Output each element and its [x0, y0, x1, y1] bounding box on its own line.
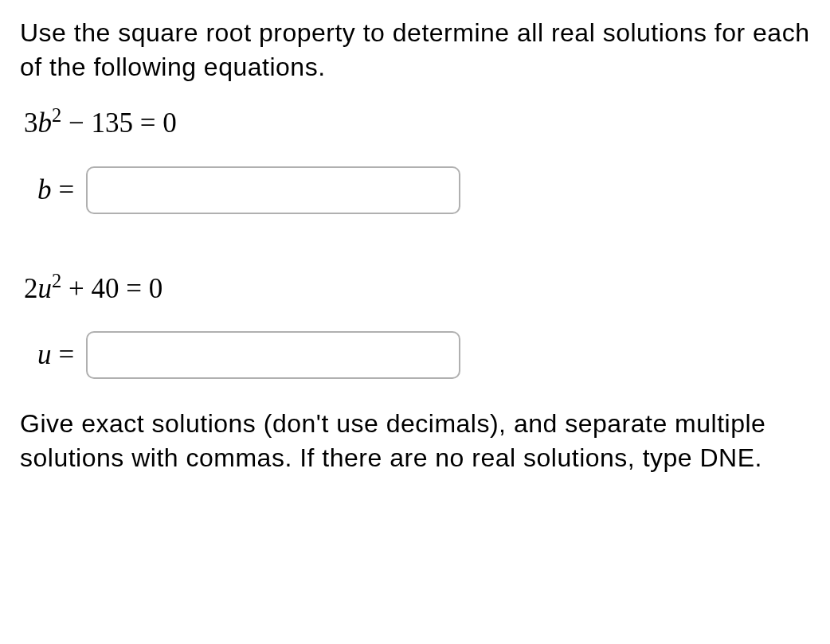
answer-1-input[interactable] — [86, 166, 460, 214]
answer-row-2: u = — [37, 331, 810, 379]
equation-2-const: 40 — [92, 273, 119, 304]
equation-1-coef: 3 — [24, 107, 38, 139]
equation-2: 2u2 + 40 = 0 — [24, 270, 810, 307]
answer-2-var: u — [37, 339, 52, 370]
equation-2-var: u — [38, 273, 53, 304]
equation-1-op: − — [69, 107, 84, 139]
equation-1: 3b2 − 135 = 0 — [24, 104, 810, 142]
answer-2-equals: = — [58, 339, 74, 370]
equation-2-op: + — [69, 273, 84, 304]
equation-2-equals-sign: = — [126, 273, 142, 304]
equation-2-coef: 2 — [24, 273, 38, 304]
answer-1-label-wrapper: b = — [37, 171, 74, 209]
equation-1-rhs: 0 — [162, 107, 177, 139]
equation-1-equals-sign: = — [140, 107, 156, 139]
answer-1-equals: = — [58, 174, 74, 205]
answer-1-var: b — [37, 174, 52, 205]
equation-1-exp: 2 — [52, 105, 61, 127]
answer-2-input[interactable] — [86, 331, 460, 379]
equation-2-rhs: 0 — [149, 273, 163, 304]
equation-1-var: b — [38, 107, 53, 139]
instruction-text: Use the square root property to determin… — [20, 16, 810, 84]
equation-2-exp: 2 — [52, 270, 61, 291]
equation-1-const: 135 — [92, 107, 134, 139]
answer-2-label-wrapper: u = — [37, 336, 74, 373]
footer-note: Give exact solutions (don't use decimals… — [20, 407, 810, 475]
answer-row-1: b = — [37, 166, 810, 214]
